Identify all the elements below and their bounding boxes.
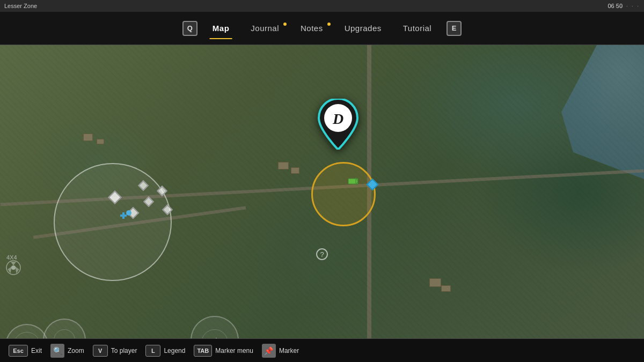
toolbar-item-legend[interactable]: L Legend xyxy=(145,345,185,357)
esc-key[interactable]: Esc xyxy=(9,345,28,357)
svg-point-7 xyxy=(11,265,16,270)
tab-key-label: TAB xyxy=(197,348,209,354)
question-mark-icon: ? xyxy=(316,248,328,260)
tab-journal-label: Journal xyxy=(251,24,279,33)
toolbar-item-to-player[interactable]: V To player xyxy=(93,345,137,357)
tab-notes[interactable]: Notes xyxy=(290,19,334,37)
marker-icon: 📌 xyxy=(262,344,276,358)
zoom-icon: 🔍 xyxy=(50,344,64,358)
tab-map-label: Map xyxy=(213,24,230,33)
tab-notes-label: Notes xyxy=(301,24,323,33)
sign-icon-green xyxy=(347,175,359,187)
tab-journal[interactable]: Journal xyxy=(240,19,290,37)
tab-upgrades[interactable]: Upgrades xyxy=(334,19,392,37)
nav-key-q[interactable]: Q xyxy=(182,21,197,36)
exit-label: Exit xyxy=(31,347,42,354)
titlebar-time: 06 50 xyxy=(608,3,623,9)
titlebar-title: Lesser Zone xyxy=(4,3,37,9)
navbar: Q Map Journal Notes Upgrades Tutorial E xyxy=(0,12,644,45)
notes-dot xyxy=(327,23,331,26)
building-6 xyxy=(441,285,451,292)
v-key-label: V xyxy=(98,348,102,354)
building-5 xyxy=(429,278,441,287)
nuclear-icon xyxy=(5,260,21,278)
tab-tutorial-label: Tutorial xyxy=(403,24,431,33)
map-container[interactable]: D 4X4 xyxy=(0,45,644,338)
marker-pin: D xyxy=(317,99,360,150)
to-player-label: To player xyxy=(111,347,137,354)
tab-upgrades-label: Upgrades xyxy=(345,24,382,33)
l-key-label: L xyxy=(151,348,155,354)
blue-dot xyxy=(126,210,131,216)
v-key[interactable]: V xyxy=(93,345,108,357)
toolbar-item-marker-menu[interactable]: TAB Marker menu xyxy=(194,345,253,357)
building-1 xyxy=(83,134,93,141)
marker-menu-label: Marker menu xyxy=(215,347,253,354)
journal-dot xyxy=(283,23,287,26)
zoom-label: Zoom xyxy=(68,347,84,354)
esc-label: Esc xyxy=(13,348,24,354)
marker-label: Marker xyxy=(279,347,299,354)
location-circle xyxy=(311,162,376,226)
l-key[interactable]: L xyxy=(145,345,160,357)
tab-map[interactable]: Map xyxy=(202,19,240,37)
building-4 xyxy=(291,167,299,174)
svg-text:D: D xyxy=(332,110,343,127)
toolbar-item-exit[interactable]: Esc Exit xyxy=(9,345,42,357)
toolbar-item-marker: 📌 Marker xyxy=(262,344,299,358)
zone-circle-large xyxy=(54,163,172,281)
building-3 xyxy=(278,162,289,169)
building-2 xyxy=(97,139,104,144)
tab-tutorial[interactable]: Tutorial xyxy=(392,19,442,37)
nav-key-e[interactable]: E xyxy=(447,21,462,36)
player-marker: D xyxy=(317,99,360,150)
tab-key[interactable]: TAB xyxy=(194,345,212,357)
svg-rect-5 xyxy=(122,212,125,219)
titlebar: Lesser Zone · · · · · 06 50 xyxy=(0,0,644,12)
toolbar: Esc Exit 🔍 Zoom V To player L Legend TAB… xyxy=(0,338,644,362)
toolbar-item-zoom: 🔍 Zoom xyxy=(50,344,84,358)
legend-label: Legend xyxy=(164,347,185,354)
